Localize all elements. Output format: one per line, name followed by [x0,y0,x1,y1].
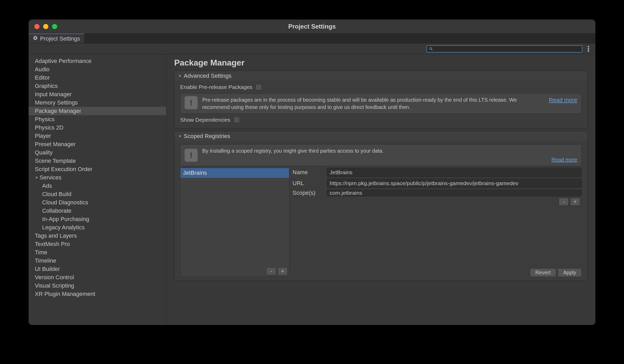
content-panel: Package Manager ▼ Advanced Settings Enab… [166,54,595,325]
sidebar-item-version-control[interactable]: Version Control [29,273,166,282]
sidebar-item-graphics[interactable]: Graphics [29,82,166,90]
project-settings-window: Project Settings Project Settings Adapti… [29,20,595,325]
panel-header-label: Scoped Registries [184,133,230,140]
registry-name-label: Name [292,169,324,176]
sidebar-item-preset-manager[interactable]: Preset Manager [29,140,166,148]
sidebar-item-ads[interactable]: Ads [29,182,166,190]
sidebar-item-time[interactable]: Time [29,248,166,257]
sidebar-item-adaptive-performance[interactable]: Adaptive Performance [29,57,166,65]
toolbar [29,43,595,54]
registry-url-label: URL [292,180,324,187]
info-icon: ! [185,96,198,109]
maximize-window-button[interactable] [52,24,57,29]
apply-button[interactable]: Apply [558,268,582,277]
registry-items: JetBrains [180,168,289,266]
add-scope-button[interactable]: + [570,198,580,206]
sidebar-item-label: Memory Settings [35,99,78,107]
sidebar-item-label: In-App Purchasing [42,215,89,223]
sidebar-item-cloud-diagnostics[interactable]: Cloud Diagnostics [29,198,166,207]
scoped-registries-header[interactable]: ▼ Scoped Registries [174,131,587,141]
sidebar-item-xr-plugin-management[interactable]: XR Plugin Management [29,290,166,298]
registry-url-row: URL [292,179,582,188]
traffic-lights [29,24,57,29]
sidebar-item-editor[interactable]: Editor [29,74,166,82]
sidebar-item-label: Scene Template [35,157,76,165]
sidebar-item-physics-2d[interactable]: Physics 2D [29,124,166,132]
sidebar-item-collaborate[interactable]: Collaborate [29,207,166,215]
titlebar: Project Settings [29,20,595,34]
enable-prerelease-checkbox[interactable] [256,84,262,90]
search-icon [429,47,433,51]
sidebar-item-label: Tags and Layers [35,232,77,240]
show-dependencies-row: Show Dependencies [180,115,582,125]
sidebar-item-textmesh-pro[interactable]: TextMesh Pro [29,240,166,248]
sidebar-item-label: Legacy Analytics [42,224,85,231]
close-window-button[interactable] [34,24,40,29]
search-input[interactable] [435,46,580,51]
form-footer: Revert Apply [292,267,582,277]
sidebar-item-label: TextMesh Pro [35,240,70,248]
svg-point-2 [588,50,589,52]
show-dependencies-label: Show Dependencies [180,117,230,123]
registry-layout: JetBrains - + Name [180,168,582,277]
revert-button[interactable]: Revert [530,268,556,277]
scope-footer: - + [327,196,582,207]
sidebar-item-label: Cloud Diagnostics [42,199,88,206]
registry-name-input[interactable] [327,168,582,177]
sidebar-item-cloud-build[interactable]: Cloud Build [29,190,166,198]
sidebar-item-script-execution-order[interactable]: Script Execution Order [29,165,166,173]
remove-registry-button[interactable]: - [266,267,276,275]
sidebar-item-label: Graphics [35,82,58,90]
registry-url-input[interactable] [327,179,582,188]
sidebar-item-package-manager[interactable]: Package Manager [29,107,166,115]
sidebar-item-tags-and-layers[interactable]: Tags and Layers [29,232,166,240]
registry-list: JetBrains - + [180,168,289,277]
sidebar-item-visual-scripting[interactable]: Visual Scripting [29,282,166,290]
sidebar-item-label: Player [35,132,51,140]
sidebar-item-label: Cloud Build [42,190,72,198]
tabbar: Project Settings [29,34,595,43]
show-dependencies-checkbox[interactable] [233,117,240,123]
read-more-link-scoped[interactable]: Read more [551,156,577,163]
sidebar-item-physics[interactable]: Physics [29,115,166,124]
sidebar-item-scene-template[interactable]: Scene Template [29,157,166,165]
sidebar-item-label: Physics [35,115,55,123]
sidebar-item-audio[interactable]: Audio [29,65,166,74]
sidebar-item-label: Ads [42,182,52,190]
advanced-settings-header[interactable]: ▼ Advanced Settings [174,71,587,81]
sidebar-item-timeline[interactable]: Timeline [29,257,166,265]
read-more-link-prerelease[interactable]: Read more [549,96,577,104]
sidebar-item-label: UI Builder [35,265,60,273]
sidebar-item-label: Services [40,174,61,181]
sidebar-item-in-app-purchasing[interactable]: In-App Purchasing [29,215,166,223]
main-area: Adaptive PerformanceAudioEditorGraphicsI… [29,54,595,325]
info-text: By installing a scoped registry, you mig… [202,147,577,154]
registry-list-footer: - + [180,266,289,277]
sidebar-item-label: XR Plugin Management [35,290,95,298]
sidebar-item-ui-builder[interactable]: UI Builder [29,265,166,273]
search-field[interactable] [426,45,582,53]
add-registry-button[interactable]: + [278,267,288,275]
more-menu-button[interactable] [585,46,592,52]
sidebar-item-quality[interactable]: Quality [29,148,166,157]
remove-scope-button[interactable]: - [559,198,569,206]
sidebar-item-label: Quality [35,149,53,157]
enable-prerelease-row: Enable Pre-release Packages [180,82,582,92]
registry-item-jetbrains[interactable]: JetBrains [180,168,289,178]
sidebar-item-label: Time [35,249,47,256]
sidebar-item-input-manager[interactable]: Input Manager [29,90,166,99]
sidebar-item-label: Collaborate [42,207,72,215]
sidebar-item-services[interactable]: ▼Services [29,173,166,182]
tab-project-settings[interactable]: Project Settings [29,34,84,43]
registry-scope-input[interactable] [327,190,582,196]
prerelease-info-box: ! Pre-release packages are in the proces… [180,93,582,114]
sidebar-item-label: Physics 2D [35,124,63,132]
sidebar-item-legacy-analytics[interactable]: Legacy Analytics [29,223,166,232]
info-icon: ! [185,149,198,162]
sidebar-item-memory-settings[interactable]: Memory Settings [29,99,166,107]
registry-name-row: Name [292,168,582,177]
sidebar-item-label: Adaptive Performance [35,57,92,65]
disclosure-triangle-icon: ▼ [35,174,38,181]
sidebar-item-player[interactable]: Player [29,132,166,140]
minimize-window-button[interactable] [43,24,48,29]
